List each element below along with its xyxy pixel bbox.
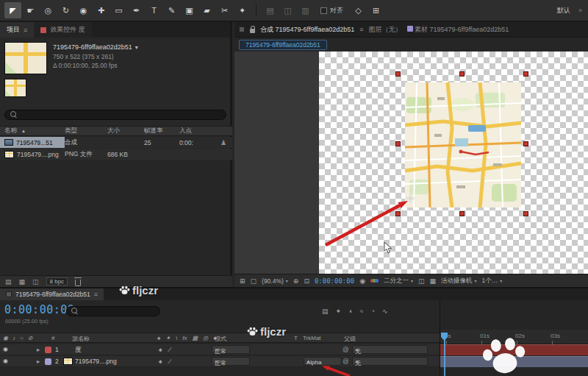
workspace-extra-icon-3[interactable]: ▥ <box>297 2 314 18</box>
motion-blur-icon[interactable]: ◔ <box>370 308 374 315</box>
visibility-toggle[interactable]: ◉ <box>3 346 8 352</box>
camera-select[interactable]: 活动摄像机▾ <box>441 277 477 285</box>
layer-name[interactable]: 7195479....png <box>75 358 117 365</box>
viewer-timecode[interactable]: 0:00:00:00 <box>315 277 354 285</box>
shy-icon[interactable]: ◖ <box>348 308 352 315</box>
toolbar-view-icon-1[interactable]: ◇ <box>350 2 367 18</box>
column-trkmat[interactable]: TrkMat <box>303 335 321 341</box>
tab-effect-controls[interactable]: 效果控件 度 <box>34 22 92 38</box>
zoom-select[interactable]: (90.4%)▾ <box>262 277 288 285</box>
hand-tool-button[interactable]: ☛ <box>22 2 39 18</box>
camera-tool-button[interactable]: ◉ <box>75 2 92 18</box>
expand-icon[interactable]: ⊞ <box>240 277 245 285</box>
puppet-pin-tool-button[interactable]: ✦ <box>234 2 251 18</box>
selection-tool-button[interactable]: ◤ <box>4 2 21 18</box>
shape-tool-button[interactable]: ▭ <box>110 2 127 18</box>
timeline-search[interactable] <box>66 306 160 316</box>
bit-depth-button[interactable]: 8 bpc <box>46 277 68 285</box>
workspace-extra-icon-2[interactable]: ◫ <box>279 2 296 18</box>
layer-row-2[interactable]: ◉ ▸ 2 7195479....png ♠∕ 正常▾ Alpha▾ @ 无▾ <box>0 356 440 367</box>
eraser-tool-button[interactable]: ▰ <box>198 2 215 18</box>
label-color-chip[interactable] <box>45 358 51 365</box>
column-name[interactable]: 名称 <box>4 127 17 135</box>
footer-icon-1[interactable]: ▤ <box>5 278 12 285</box>
visibility-toggle[interactable]: ◉ <box>3 358 8 364</box>
item-thumbnail-small[interactable] <box>4 79 26 97</box>
panel-menu-icon[interactable]: ≡ <box>94 291 98 298</box>
selected-item-name[interactable]: 7195479-6ff9ffaea02d2b51 ▼ <box>53 43 139 52</box>
channels-icon[interactable] <box>370 279 379 283</box>
map-image-layer[interactable] <box>405 82 521 207</box>
parent-select[interactable]: 无▾ <box>352 357 428 366</box>
current-timecode[interactable]: 0:00:00:00 <box>4 303 74 316</box>
time-ruler[interactable]: 0s 01s 02s 03s <box>440 330 588 344</box>
blend-mode-select[interactable]: 正常▾ <box>212 357 250 366</box>
parent-select[interactable]: 无▾ <box>352 345 428 354</box>
snap-toggle[interactable]: 对齐 <box>320 6 343 15</box>
rotate-tool-button[interactable]: ↻ <box>57 2 74 18</box>
tab-footage[interactable]: 素材 7195479-6ff9ffaea02d2b51 <box>407 25 509 35</box>
project-item-composition[interactable]: 7195479...51 合成 25 0:00: ♟ <box>0 137 232 148</box>
tab-composition[interactable]: 合成 7195479-6ff9ffaea02d2b51 <box>260 25 354 35</box>
layer-switches[interactable]: ♠∕ <box>159 346 171 353</box>
column-inpoint[interactable]: 入点 <box>179 127 232 135</box>
resolution-select[interactable]: 二分之一▾ <box>384 277 413 285</box>
roto-brush-tool-button[interactable]: ✂ <box>216 2 233 18</box>
snap-checkbox[interactable] <box>320 7 327 14</box>
footer-icon-2[interactable]: ▦ <box>19 278 26 285</box>
column-framerate[interactable]: 帧速率 <box>144 127 179 135</box>
project-table-header[interactable]: 名称▲ 类型 大小 帧速率 入点 <box>0 126 232 136</box>
column-mode[interactable]: 模式 <box>215 335 226 343</box>
clone-stamp-tool-button[interactable]: ▣ <box>181 2 198 18</box>
layer-bar-1[interactable] <box>440 344 588 355</box>
blend-mode-select[interactable]: 正常▾ <box>212 345 250 354</box>
layer-switches[interactable]: ♠∕ <box>159 358 171 365</box>
roi-icon[interactable]: ⊕ <box>293 277 299 285</box>
composition-mini-flowchart-icon[interactable]: ▤ <box>322 308 329 315</box>
composition-viewport[interactable] <box>234 52 588 274</box>
display-icon[interactable]: ▢ <box>251 277 257 285</box>
expand-toggle[interactable]: ▸ <box>37 346 40 353</box>
project-search[interactable] <box>4 110 226 120</box>
toolbar-view-icon-2[interactable]: ⊞ <box>368 2 384 18</box>
parent-pickwhip-icon[interactable]: @ <box>343 346 349 353</box>
timeline-column-header[interactable]: ◉ ♪ ○ ⊘ # 源名称 ♠✦\fx▦◎● 模式 T TrkMat 父级 <box>0 333 440 343</box>
toolbar-overflow-button[interactable]: » <box>578 7 582 14</box>
workspace-menu[interactable]: 默认 <box>557 6 570 15</box>
item-dropdown-icon[interactable]: ▼ <box>134 45 139 50</box>
column-source-name[interactable]: 源名称 <box>72 335 90 343</box>
footer-icon-3[interactable]: ◫ <box>32 278 39 285</box>
column-parent[interactable]: 父级 <box>344 335 356 343</box>
panel-menu-icon[interactable]: ≡ <box>359 26 363 33</box>
frame-blend-icon[interactable]: ≈ <box>360 308 364 315</box>
column-type[interactable]: 类型 <box>65 127 107 135</box>
graph-editor-icon[interactable]: ∿ <box>382 308 388 315</box>
timeline-track-area[interactable]: 0s 01s 02s 03s <box>440 300 588 376</box>
column-size[interactable]: 大小 <box>107 127 144 135</box>
brush-tool-button[interactable]: ✎ <box>163 2 180 18</box>
mask-toggle-icon[interactable]: ◫ <box>418 277 425 285</box>
ruler-icon[interactable]: ⊡ <box>304 277 309 285</box>
draft-3d-icon[interactable]: ✦ <box>336 308 342 315</box>
expand-toggle[interactable]: ▸ <box>37 358 40 365</box>
pan-behind-tool-button[interactable]: ✚ <box>93 2 110 18</box>
layer-row-1[interactable]: ◉ ▸ 1 度 ♠∕ 正常▾ @ 无▾ <box>0 344 440 355</box>
zoom-tool-button[interactable]: ◎ <box>40 2 57 18</box>
panel-menu-icon[interactable]: ≡ <box>24 26 27 34</box>
view-layout-select[interactable]: 1个…▾ <box>482 277 503 285</box>
snapshot-icon[interactable]: ◉ <box>359 277 365 285</box>
project-item-footage[interactable]: 7195479....png PNG 文件 686 KB <box>0 149 232 160</box>
composition-nav-button[interactable]: 7195479-6ff9ffaea02d2b51 <box>239 40 327 50</box>
pen-tool-button[interactable]: ✒ <box>128 2 145 18</box>
tab-layer[interactable]: 图层（无） <box>369 25 402 35</box>
type-tool-button[interactable]: T <box>146 2 162 18</box>
layer-bar-2[interactable] <box>440 356 588 367</box>
trash-icon[interactable] <box>75 280 81 286</box>
column-preserve-transparency[interactable]: T <box>294 335 298 341</box>
layer-name[interactable]: 度 <box>75 346 82 355</box>
grid-options-icon[interactable]: ▦ <box>430 277 437 285</box>
workspace-extra-icon-1[interactable]: ▤ <box>262 2 279 18</box>
item-thumbnail[interactable] <box>4 42 47 74</box>
label-color-chip[interactable] <box>45 347 51 353</box>
timeline-tab[interactable]: 7195479-6ff9ffaea02d2b51 ≡ <box>0 288 104 300</box>
